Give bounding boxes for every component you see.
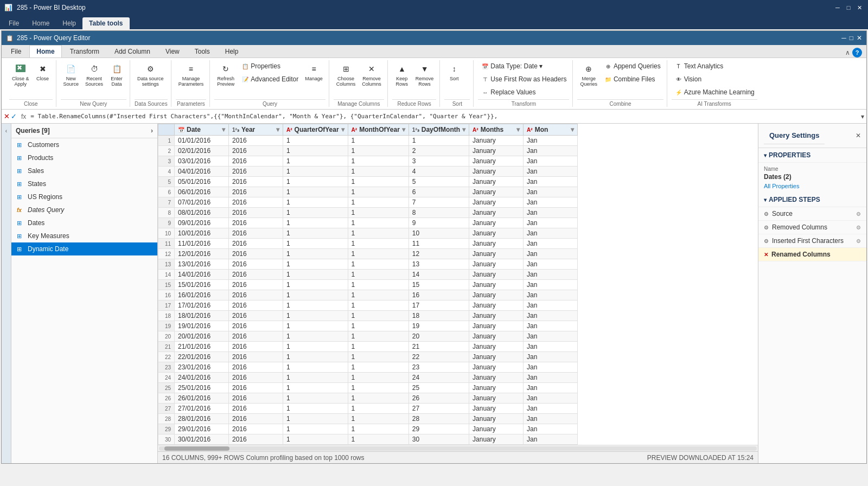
query-item-keymeasures[interactable]: ⊞ Key Measures [11, 229, 157, 242]
pq-tab-view[interactable]: View [158, 45, 187, 57]
keep-rows-button[interactable]: ▲ KeepRows [392, 60, 412, 89]
table-cell: Jan [524, 197, 578, 208]
pq-tab-help[interactable]: Help [218, 45, 246, 57]
column-header-months[interactable]: A² Months ▾ [469, 124, 524, 136]
col-filter-icon[interactable]: ▾ [516, 126, 520, 133]
step-removed-columns[interactable]: ⚙ Removed Columns ⚙ [758, 221, 866, 234]
collapse-panel-button[interactable]: ‹ [2, 124, 11, 463]
remove-columns-button[interactable]: ✕ RemoveColumns [359, 60, 384, 89]
col-filter-icon[interactable]: ▾ [276, 126, 279, 133]
qs-all-properties-link[interactable]: All Properties [764, 183, 861, 189]
pq-tab-file[interactable]: File [4, 45, 28, 57]
query-item-usregions[interactable]: ⊞ US Regions [11, 190, 157, 203]
pq-minimize-button[interactable]: ─ [841, 34, 846, 42]
step-gear-icon[interactable]: ⚙ [856, 238, 861, 244]
merge-queries-button[interactable]: ⊕ MergeQueries [577, 60, 600, 89]
text-analytics-button[interactable]: T Text Analytics [672, 60, 757, 72]
table-row: 1212/01/201620161112JanuaryJan [158, 249, 578, 259]
properties-button[interactable]: 📋 Properties [238, 60, 301, 72]
column-header-dayofmonth[interactable]: 1²₃ DayOfMonth ▾ [409, 124, 469, 136]
ribbon-expand-icon[interactable]: ∧ [845, 49, 850, 56]
col-filter-icon[interactable]: ▾ [571, 126, 574, 133]
table-row: 2727/01/201620161127JanuaryJan [158, 404, 578, 414]
step-source[interactable]: ⚙ Source ⚙ [758, 207, 866, 221]
new-source-button[interactable]: 📄 NewSource [61, 60, 82, 89]
formula-input[interactable] [30, 113, 859, 120]
col-filter-icon[interactable]: ▾ [462, 126, 465, 133]
qs-close-button[interactable]: ✕ [856, 132, 861, 139]
step-renamed-columns[interactable]: ✕ Renamed Columns [758, 248, 866, 261]
close-apply-button[interactable]: ✖ Close &Apply [9, 60, 32, 89]
column-header-date[interactable]: 📅 Date ▾ [175, 124, 229, 136]
pq-tab-home[interactable]: Home [29, 45, 61, 57]
choose-columns-button[interactable]: ⊞ ChooseColumns [334, 60, 359, 89]
enter-data-button[interactable]: 📋 EnterData [107, 60, 126, 89]
combine-files-button[interactable]: 📁 Combine Files [601, 73, 663, 85]
append-queries-button[interactable]: ⊕ Append Queries [601, 60, 663, 72]
formula-reject-button[interactable]: ✕ [4, 112, 10, 120]
table-cell: 2016 [229, 167, 283, 177]
query-item-sales[interactable]: ⊞ Sales [11, 164, 157, 177]
column-header-monthofyear[interactable]: A² MonthOfYear ▾ [348, 124, 409, 136]
table-cell: 22 [409, 352, 469, 362]
pq-tab-addcolumn[interactable]: Add Column [107, 45, 157, 57]
table-cell: 06/01/2016 [175, 187, 229, 197]
query-item-dynamicdate[interactable]: ⊞ Dynamic Date [11, 242, 157, 255]
table-cell: 17/01/2016 [175, 300, 229, 311]
remove-rows-button[interactable]: ▼ RemoveRows [413, 60, 437, 89]
pq-tab-transform[interactable]: Transform [63, 45, 106, 57]
step-gear-icon[interactable]: ⚙ [856, 211, 861, 217]
close-button[interactable]: ✕ [855, 3, 864, 12]
scroll-thumb[interactable] [164, 446, 229, 451]
title-bar-controls[interactable]: ─ □ ✕ [833, 3, 864, 12]
pq-restore-button[interactable]: □ [850, 34, 853, 42]
table-cell: January [469, 404, 524, 414]
table-cell: 16 [409, 290, 469, 300]
advanced-editor-button[interactable]: 📝 Advanced Editor [238, 73, 301, 85]
manage-parameters-button[interactable]: ≡ ManageParameters [176, 60, 207, 89]
vision-button[interactable]: 👁 Vision [672, 73, 757, 85]
outer-tab-file[interactable]: File [2, 17, 25, 29]
column-header-year[interactable]: 1²₃ Year ▾ [229, 124, 283, 136]
table-row: 2929/01/201620161129JanuaryJan [158, 424, 578, 434]
query-item-states[interactable]: ⊞ States [11, 177, 157, 190]
azure-ml-button[interactable]: ⚡ Azure Machine Learning [672, 86, 757, 98]
sort-button[interactable]: ↕ Sort [444, 60, 464, 84]
horizontal-scrollbar[interactable] [158, 445, 758, 451]
col-filter-icon[interactable]: ▾ [402, 126, 405, 133]
restore-button[interactable]: □ [844, 3, 853, 12]
help-button[interactable]: ? [852, 48, 862, 57]
pq-close-button[interactable]: ✕ [857, 34, 862, 42]
step-gear-icon[interactable]: ⚙ [856, 225, 861, 231]
table-cell: 1 [283, 321, 348, 331]
query-item-dates[interactable]: ⊞ Dates [11, 216, 157, 229]
formula-expand-button[interactable]: ▾ [861, 113, 864, 120]
refresh-preview-button[interactable]: ↻ RefreshPreview [214, 60, 237, 89]
outer-tab-tabletools[interactable]: Table tools [82, 17, 129, 29]
close-button-ribbon[interactable]: ✖ Close [33, 60, 53, 84]
col-filter-icon[interactable]: ▾ [222, 126, 225, 133]
datatype-button[interactable]: 📅 Data Type: Date ▾ [478, 60, 569, 72]
step-inserted-first[interactable]: ⚙ Inserted First Characters ⚙ [758, 234, 866, 248]
recent-sources-button[interactable]: ⏱ RecentSources [82, 60, 106, 89]
queries-collapse-icon[interactable]: › [151, 127, 153, 135]
query-item-customers[interactable]: ⊞ Customers [11, 138, 157, 151]
column-header-quarterofyear[interactable]: A² QuarterOfYear ▾ [283, 124, 348, 136]
pq-window-controls[interactable]: ─ □ ✕ [841, 34, 862, 42]
col-filter-icon[interactable]: ▾ [341, 126, 344, 133]
pq-tab-tools[interactable]: Tools [188, 45, 217, 57]
query-item-products[interactable]: ⊞ Products [11, 151, 157, 164]
query-item-datesquery[interactable]: fx Dates Query [11, 203, 157, 216]
table-cell: Jan [524, 373, 578, 383]
data-grid[interactable]: 📅 Date ▾ 1²₃ Year ▾ [158, 124, 758, 445]
formula-accept-button[interactable]: ✓ [11, 112, 17, 120]
column-header-mon[interactable]: A² Mon ▾ [524, 124, 578, 136]
replace-values-button[interactable]: ↔ Replace Values [478, 86, 569, 98]
outer-tab-home[interactable]: Home [25, 17, 56, 29]
use-first-row-button[interactable]: ⊤ Use First Row as Headers [478, 73, 569, 85]
table-cell: 13/01/2016 [175, 259, 229, 270]
manage-button[interactable]: ≡ Manage [302, 60, 326, 84]
outer-tab-help[interactable]: Help [56, 17, 82, 29]
minimize-button[interactable]: ─ [833, 3, 842, 12]
datasource-settings-button[interactable]: ⚙ Data sourcesettings [135, 60, 167, 89]
